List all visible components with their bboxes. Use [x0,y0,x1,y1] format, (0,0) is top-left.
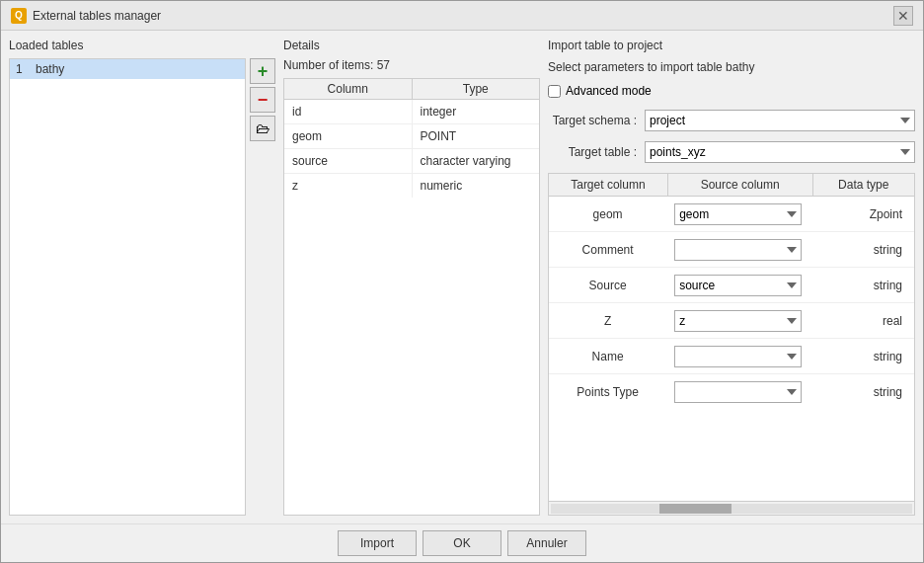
details-header: Details [283,39,540,52]
list-item-name: bathy [36,62,64,76]
mapping-row: Source source string [549,268,914,303]
cancel-button[interactable]: Annuler [507,530,586,556]
mt-type-z: real [809,310,914,332]
mt-col-source: Source column [668,174,813,196]
window-title: External tables manager [33,9,161,23]
scrollbar-track[interactable] [551,504,912,514]
mt-type-name: string [809,346,914,367]
title-bar: Q External tables manager ✕ [1,1,923,31]
target-schema-row: Target schema : project [548,110,915,131]
table-row: z numeric [284,174,539,198]
loaded-tables-panel: Loaded tables 1 bathy + − 🗁 [9,39,275,516]
horizontal-scrollbar[interactable] [549,501,914,515]
mt-col-datatype: Data type [813,174,914,196]
mt-target-geom: geom [549,203,666,225]
cell-type: POINT [413,124,540,148]
loaded-tables-body: 1 bathy + − 🗁 [9,58,275,516]
import-panel: Import table to project Select parameter… [548,39,915,516]
target-table-select[interactable]: points_xyz [645,141,915,163]
item-count: Number of items: 57 [283,58,540,72]
loaded-tables-header: Loaded tables [9,39,275,52]
main-content: Loaded tables 1 bathy + − 🗁 Details Numb… [1,31,923,523]
mapping-table-header: Target column Source column Data type [549,174,914,197]
import-params-label: Select parameters to import table bathy [548,60,915,74]
mt-source-z: z [666,306,809,336]
mt-target-points-type: Points Type [549,381,666,403]
mt-type-geom: Zpoint [809,203,914,225]
mt-source-select-z[interactable]: z [674,310,802,332]
cell-column: id [284,100,413,123]
remove-table-button[interactable]: − [250,87,275,113]
cell-type: integer [413,100,540,123]
mapping-row: Name string [549,339,914,374]
scrollbar-thumb[interactable] [659,504,732,514]
mt-source-select-points-type[interactable] [674,381,802,403]
table-row: id integer [284,100,539,124]
mt-target-z: Z [549,310,666,332]
folder-button[interactable]: 🗁 [250,116,275,141]
mt-source-select-geom[interactable]: geom [674,203,802,225]
mt-type-comment: string [809,239,914,261]
mt-source-source: source [666,271,809,300]
cell-type: character varying [413,149,540,173]
cell-column: geom [284,124,413,148]
details-table-header: Column Type [284,79,539,100]
table-row: source character varying [284,149,539,174]
add-table-button[interactable]: + [250,58,275,84]
main-window: Q External tables manager ✕ Loaded table… [0,0,924,563]
cell-column: source [284,149,413,173]
advanced-mode-row: Advanced mode [548,84,915,98]
details-table: Column Type id integer geom POINT source… [283,78,540,516]
mt-source-select-source[interactable]: source [674,275,802,296]
mapping-row: Z z real [549,303,914,339]
target-table-label: Target table : [548,145,637,159]
ok-button[interactable]: OK [423,530,501,556]
import-button[interactable]: Import [338,530,417,556]
app-icon: Q [11,8,27,24]
mt-source-select-comment[interactable] [674,239,802,261]
mt-source-select-name[interactable] [674,346,802,367]
mt-type-points-type: string [809,381,914,403]
table-list: 1 bathy [9,58,246,516]
bottom-bar: Import OK Annuler [1,523,923,562]
mapping-row: Comment string [549,232,914,268]
import-header: Import table to project [548,39,915,52]
mapping-table-body: geom geom Zpoint Comment [549,197,914,501]
mt-type-source: string [809,275,914,296]
mapping-row: Points Type string [549,374,914,410]
mt-target-comment: Comment [549,239,666,261]
close-button[interactable]: ✕ [893,6,913,26]
cell-type: numeric [413,174,540,198]
list-item-number: 1 [16,62,30,76]
target-schema-select[interactable]: project [645,110,915,131]
mt-source-name [666,342,809,371]
cell-column: z [284,174,413,198]
mt-target-source: Source [549,275,666,296]
col-header-type: Type [413,79,540,99]
advanced-mode-label[interactable]: Advanced mode [566,84,652,98]
mt-col-target: Target column [549,174,668,196]
list-item[interactable]: 1 bathy [10,59,245,79]
mt-target-name: Name [549,346,666,367]
target-schema-label: Target schema : [548,114,637,127]
mt-source-geom: geom [666,200,809,229]
details-panel: Details Number of items: 57 Column Type … [283,39,540,516]
target-table-row: Target table : points_xyz [548,141,915,163]
title-bar-left: Q External tables manager [11,8,161,24]
mapping-table: Target column Source column Data type ge… [548,173,915,516]
list-buttons: + − 🗁 [250,58,275,516]
advanced-mode-checkbox[interactable] [548,85,561,98]
mt-source-comment [666,235,809,265]
mt-source-points-type [666,377,809,407]
col-header-column: Column [284,79,413,99]
table-row: geom POINT [284,124,539,149]
mapping-row: geom geom Zpoint [549,197,914,232]
